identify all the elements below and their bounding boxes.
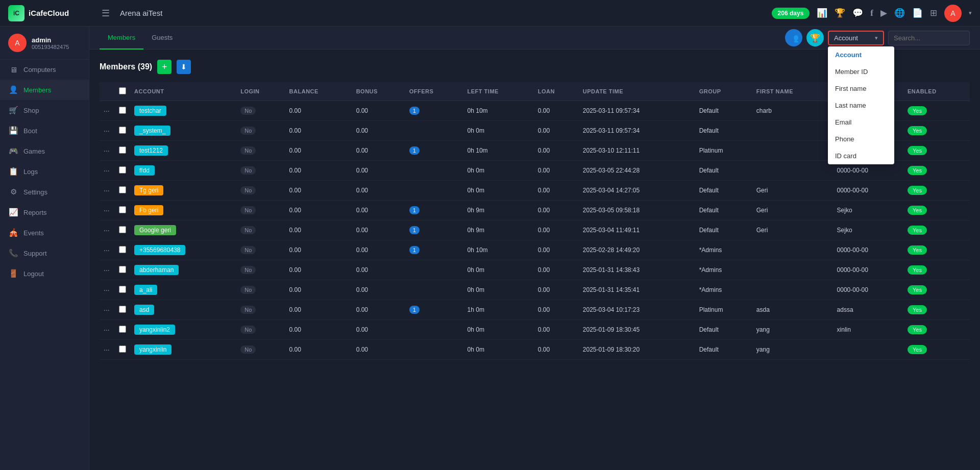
row-select-checkbox[interactable] — [119, 286, 126, 293]
row-offers — [405, 260, 463, 280]
row-account[interactable]: +35569680438 — [130, 240, 236, 260]
sidebar-item-support[interactable]: 📞 Support — [0, 243, 89, 263]
dropdown-item-last-name[interactable]: Last name — [828, 97, 894, 114]
trophy-icon-btn[interactable]: 🏆 — [806, 29, 824, 46]
row-dots[interactable]: ··· — [100, 220, 115, 240]
tab-members[interactable]: Members — [100, 27, 143, 50]
row-dots[interactable]: ··· — [100, 320, 115, 340]
row-select-checkbox[interactable] — [119, 186, 126, 193]
hamburger-icon[interactable]: ☰ — [102, 8, 110, 19]
row-checkbox[interactable] — [115, 141, 130, 161]
sidebar-item-logs[interactable]: 📋 Logs — [0, 161, 89, 182]
row-select-checkbox[interactable] — [119, 226, 126, 233]
row-account[interactable]: Google geri — [130, 220, 236, 240]
sidebar-item-logout[interactable]: 🚪 Logout — [0, 263, 89, 284]
row-checkbox[interactable] — [115, 340, 130, 360]
row-select-checkbox[interactable] — [119, 146, 126, 154]
row-select-checkbox[interactable] — [119, 107, 126, 114]
row-account[interactable]: ffdd — [130, 161, 236, 181]
row-account[interactable]: asd — [130, 300, 236, 320]
sidebar-item-games[interactable]: 🎮 Games — [0, 141, 89, 161]
row-enabled: Yes — [903, 260, 970, 280]
row-dots[interactable]: ··· — [100, 141, 115, 161]
row-checkbox[interactable] — [115, 121, 130, 141]
row-account[interactable]: yangxinlin2 — [130, 320, 236, 340]
row-checkbox[interactable] — [115, 280, 130, 300]
row-dots[interactable]: ··· — [100, 260, 115, 280]
filter-dropdown[interactable]: Account ▾ — [828, 31, 884, 45]
members-icon-btn[interactable]: 👥 — [785, 29, 802, 46]
select-all-checkbox[interactable] — [119, 87, 126, 94]
sidebar-item-reports[interactable]: 📈 Reports — [0, 202, 89, 222]
row-checkbox[interactable] — [115, 240, 130, 260]
row-account[interactable]: Fb geri — [130, 201, 236, 220]
row-checkbox[interactable] — [115, 300, 130, 320]
row-select-checkbox[interactable] — [119, 246, 126, 253]
shop-icon: 🛒 — [8, 106, 18, 115]
row-account[interactable]: Tg geri — [130, 181, 236, 201]
row-dots[interactable]: ··· — [100, 340, 115, 360]
row-dots[interactable]: ··· — [100, 181, 115, 201]
row-left-time: 0h 0m — [463, 161, 534, 181]
row-account[interactable]: testchar — [130, 101, 236, 121]
row-select-checkbox[interactable] — [119, 345, 126, 353]
tab-guests[interactable]: Guests — [143, 27, 181, 50]
row-checkbox[interactable] — [115, 101, 130, 121]
search-input[interactable] — [888, 31, 970, 45]
row-select-checkbox[interactable] — [119, 326, 126, 333]
row-account[interactable]: yangxinlin — [130, 340, 236, 360]
facebook-icon[interactable]: f — [870, 8, 873, 18]
sidebar-item-members[interactable]: 👤 Members — [0, 80, 89, 100]
grid-icon[interactable]: ⊞ — [930, 8, 937, 18]
avatar-caret-icon[interactable]: ▾ — [969, 10, 972, 16]
trophy-icon[interactable]: 🏆 — [835, 8, 845, 18]
chart-icon[interactable]: 📊 — [817, 8, 827, 18]
youtube-icon[interactable]: ▶ — [880, 8, 887, 18]
row-select-checkbox[interactable] — [119, 127, 126, 134]
globe-icon[interactable]: 🌐 — [894, 8, 905, 18]
row-dots[interactable]: ··· — [100, 161, 115, 181]
sidebar-item-shop[interactable]: 🛒 Shop — [0, 100, 89, 120]
row-first-name: charb — [752, 101, 833, 121]
row-account[interactable]: abderhaman — [130, 260, 236, 280]
row-dots[interactable]: ··· — [100, 240, 115, 260]
dropdown-item-member-id[interactable]: Member ID — [828, 63, 894, 80]
row-account[interactable]: a_ali — [130, 280, 236, 300]
row-checkbox[interactable] — [115, 220, 130, 240]
dropdown-item-email[interactable]: Email — [828, 114, 894, 131]
download-button[interactable]: ⬇ — [177, 60, 191, 74]
row-account[interactable]: _system_ — [130, 121, 236, 141]
row-login: No — [236, 340, 285, 360]
row-dots[interactable]: ··· — [100, 121, 115, 141]
sidebar-item-computers[interactable]: 🖥 Computers — [0, 60, 89, 80]
chat-icon[interactable]: 💬 — [852, 8, 863, 18]
row-dots[interactable]: ··· — [100, 300, 115, 320]
row-dots[interactable]: ··· — [100, 280, 115, 300]
row-dots[interactable]: ··· — [100, 101, 115, 121]
doc-icon[interactable]: 📄 — [912, 8, 923, 18]
row-checkbox[interactable] — [115, 201, 130, 220]
dropdown-item-account[interactable]: Account — [828, 46, 894, 63]
row-account[interactable]: test1212 — [130, 141, 236, 161]
days-badge: 206 days — [772, 8, 810, 19]
avatar[interactable]: A — [944, 5, 962, 22]
row-select-checkbox[interactable] — [119, 166, 126, 174]
row-checkbox[interactable] — [115, 181, 130, 201]
dropdown-item-id-card[interactable]: ID card — [828, 147, 894, 164]
row-checkbox[interactable] — [115, 260, 130, 280]
sidebar-item-events[interactable]: 🎪 Events — [0, 222, 89, 243]
row-select-checkbox[interactable] — [119, 306, 126, 313]
dropdown-item-phone[interactable]: Phone — [828, 131, 894, 147]
row-loan: 0.00 — [534, 161, 579, 181]
row-checkbox[interactable] — [115, 161, 130, 181]
col-login: LOGIN — [236, 82, 285, 101]
sidebar-item-settings[interactable]: ⚙ Settings — [0, 182, 89, 202]
row-select-checkbox[interactable] — [119, 266, 126, 273]
row-dots[interactable]: ··· — [100, 201, 115, 220]
sidebar-item-boot[interactable]: 💾 Boot — [0, 120, 89, 141]
dropdown-item-first-name[interactable]: First name — [828, 80, 894, 97]
row-update-time: 2025-03-04 11:49:11 — [579, 220, 695, 240]
row-checkbox[interactable] — [115, 320, 130, 340]
add-member-button[interactable]: + — [157, 60, 172, 74]
row-select-checkbox[interactable] — [119, 206, 126, 213]
